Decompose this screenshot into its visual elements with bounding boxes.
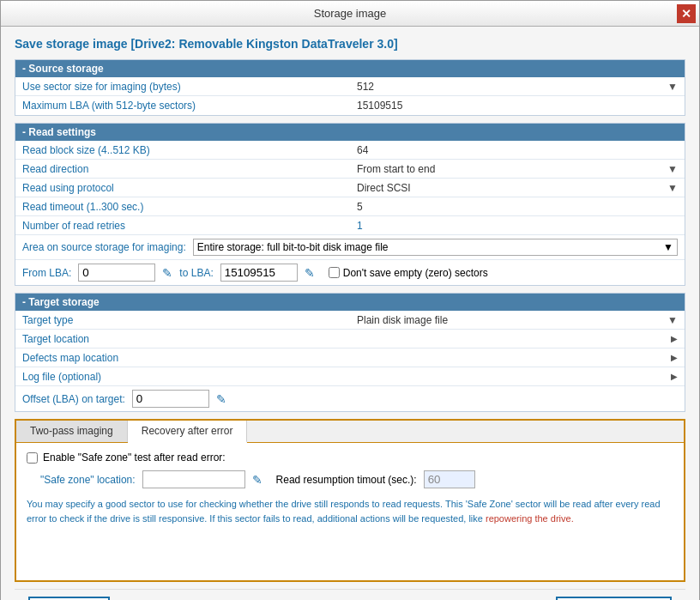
read-settings-header: - Read settings xyxy=(15,124,685,141)
area-label: Area on source storage for imaging: xyxy=(22,241,186,253)
sector-size-row: Use sector size for imaging (bytes) 512 … xyxy=(15,77,685,96)
footer: Cancel Start imaging xyxy=(15,589,685,600)
target-location-arrow[interactable]: ▶ xyxy=(671,334,678,343)
dialog-title: Save storage image [Drive2: Removable Ki… xyxy=(15,37,685,51)
log-file-value: ▶ xyxy=(350,370,685,383)
area-row: Area on source storage for imaging: Enti… xyxy=(15,235,685,260)
offset-lba-edit-icon[interactable]: ✎ xyxy=(216,392,226,406)
safezone-row: "Safe zone" location: ✎ Read resumption … xyxy=(27,470,673,488)
enable-safezone-label: Enable "Safe zone" test after read error… xyxy=(43,452,226,464)
info-text-2: error to check if the drive is still res… xyxy=(27,513,574,524)
source-storage-header: - Source storage xyxy=(15,60,685,77)
sector-size-label: Use sector size for imaging (bytes) xyxy=(15,79,350,94)
target-type-dropdown[interactable]: ▼ xyxy=(667,314,678,326)
sector-size-value: 512 ▼ xyxy=(350,79,685,94)
read-retries-value: 1 xyxy=(350,218,685,233)
read-retries-label: Number of read retries xyxy=(15,218,350,233)
max-lba-label: Maximum LBA (with 512-byte sectors) xyxy=(15,98,350,113)
no-empty-sectors-label: Don't save empty (zero) sectors xyxy=(329,267,488,279)
read-direction-row: Read direction From start to end ▼ xyxy=(15,160,685,179)
read-block-label: Read block size (4..512 KB) xyxy=(15,142,350,158)
read-timeout-row: Read timeout (1..300 sec.) 5 xyxy=(15,197,685,216)
defects-map-label: Defects map location xyxy=(15,350,350,366)
defects-map-value: ▶ xyxy=(350,351,685,364)
offset-lba-input[interactable] xyxy=(132,390,209,408)
target-storage-rows: Target type Plain disk image file ▼ Targ… xyxy=(15,311,685,411)
log-file-label: Log file (optional) xyxy=(15,369,350,385)
target-type-row: Target type Plain disk image file ▼ xyxy=(15,311,685,330)
read-block-row: Read block size (4..512 KB) 64 xyxy=(15,141,685,160)
defects-map-row: Defects map location ▶ xyxy=(15,348,685,367)
to-lba-label: to LBA: xyxy=(179,267,213,279)
enable-safezone-row: Enable "Safe zone" test after read error… xyxy=(27,452,673,464)
read-block-value: 64 xyxy=(350,142,685,158)
sector-size-dropdown[interactable]: ▼ xyxy=(667,81,678,93)
log-file-row: Log file (optional) ▶ xyxy=(15,367,685,386)
target-location-label: Target location xyxy=(15,331,350,347)
tab-recovery[interactable]: Recovery after error xyxy=(128,421,248,443)
read-direction-value: From start to end ▼ xyxy=(350,161,685,177)
read-protocol-dropdown[interactable]: ▼ xyxy=(667,182,678,194)
highlight-text: repowering the drive. xyxy=(486,513,574,524)
window-title: Storage image xyxy=(314,7,387,20)
tabs-container: Two-pass imaging Recovery after error En… xyxy=(15,419,685,582)
start-imaging-button[interactable]: Start imaging xyxy=(556,597,672,600)
to-lba-edit-icon[interactable]: ✎ xyxy=(305,266,315,280)
defects-map-arrow[interactable]: ▶ xyxy=(671,353,678,362)
read-retries-link[interactable]: 1 xyxy=(357,220,363,232)
target-type-label: Target type xyxy=(15,312,350,328)
from-lba-input[interactable] xyxy=(78,264,155,282)
to-lba-input[interactable] xyxy=(220,264,298,282)
safezone-edit-icon[interactable]: ✎ xyxy=(252,473,262,487)
title-bar: Storage image ✕ xyxy=(1,1,699,27)
read-protocol-value: Direct SCSI ▼ xyxy=(350,180,685,196)
target-location-value: ▶ xyxy=(350,332,685,345)
read-timeout-label: Read timeout (1..300 sec.) xyxy=(15,199,350,215)
lba-row: From LBA: ✎ to LBA: ✎ Don't save empty (… xyxy=(15,260,685,285)
max-lba-row: Maximum LBA (with 512-byte sectors) 1510… xyxy=(15,96,685,115)
offset-lba-label: Offset (LBA) on target: xyxy=(22,393,125,405)
target-type-value: Plain disk image file ▼ xyxy=(350,312,685,328)
source-storage-rows: Use sector size for imaging (bytes) 512 … xyxy=(15,77,685,115)
source-storage-section: - Source storage Use sector size for ima… xyxy=(15,59,685,116)
tabs-header: Two-pass imaging Recovery after error xyxy=(16,421,684,443)
info-text: You may specify a good sector to use for… xyxy=(27,497,673,525)
target-location-row: Target location ▶ xyxy=(15,330,685,348)
enable-safezone-checkbox[interactable] xyxy=(27,452,38,464)
from-lba-label: From LBA: xyxy=(22,267,71,279)
area-dropdown-arrow: ▼ xyxy=(663,241,673,253)
max-lba-value: 15109515 xyxy=(350,98,685,113)
read-settings-section: - Read settings Read block size (4..512 … xyxy=(15,123,685,286)
close-button[interactable]: ✕ xyxy=(677,4,696,23)
target-storage-section: - Target storage Target type Plain disk … xyxy=(15,293,685,412)
tab-recovery-content: Enable "Safe zone" test after read error… xyxy=(16,443,684,580)
area-select[interactable]: Entire storage: full bit-to-bit disk ima… xyxy=(193,239,678,256)
offset-lba-row: Offset (LBA) on target: ✎ xyxy=(15,386,685,411)
read-direction-dropdown[interactable]: ▼ xyxy=(667,163,678,175)
no-empty-sectors-checkbox[interactable] xyxy=(329,267,340,278)
cancel-button[interactable]: Cancel xyxy=(28,597,110,600)
target-storage-header: - Target storage xyxy=(15,294,685,311)
safezone-label: "Safe zone" location: xyxy=(40,474,136,486)
resumption-input[interactable] xyxy=(424,470,475,488)
read-retries-row: Number of read retries 1 xyxy=(15,216,685,235)
read-protocol-row: Read using protocol Direct SCSI ▼ xyxy=(15,179,685,197)
safezone-input[interactable] xyxy=(142,470,245,488)
resumption-label: Read resumption timout (sec.): xyxy=(276,474,417,486)
from-lba-edit-icon[interactable]: ✎ xyxy=(162,266,172,280)
read-protocol-label: Read using protocol xyxy=(15,180,350,196)
dialog-content: Save storage image [Drive2: Removable Ki… xyxy=(1,27,699,600)
read-settings-rows: Read block size (4..512 KB) 64 Read dire… xyxy=(15,141,685,285)
read-direction-label: Read direction xyxy=(15,161,350,177)
read-timeout-value: 5 xyxy=(350,199,685,215)
tab-two-pass[interactable]: Two-pass imaging xyxy=(16,421,128,442)
log-file-arrow[interactable]: ▶ xyxy=(671,372,678,381)
storage-image-window: Storage image ✕ Save storage image [Driv… xyxy=(0,0,700,600)
